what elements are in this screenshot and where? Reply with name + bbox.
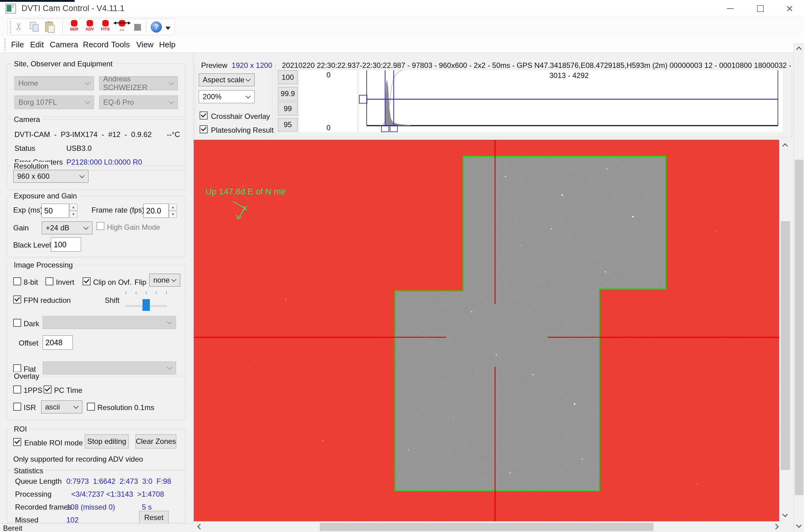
menu-grip[interactable] [4, 39, 5, 50]
shift-slider-thumb[interactable] [142, 299, 150, 311]
stretch-100-button[interactable]: 100 [278, 70, 298, 84]
preview-hscrollbar[interactable] [194, 521, 783, 532]
exp-input[interactable]: 50 [41, 204, 69, 218]
orientation-text: Up 147.8d E of N mir [206, 187, 286, 196]
pctime-checkbox[interactable] [44, 385, 52, 394]
black-level-input[interactable]: 100 [51, 238, 81, 251]
help-icon[interactable]: ? [151, 21, 162, 33]
resolution01-checkbox[interactable] [87, 403, 95, 411]
menu-file[interactable]: File [11, 40, 24, 50]
preview-vscrollbar[interactable] [779, 140, 791, 521]
framerate-input[interactable]: 20.0 [143, 204, 169, 218]
spin-down-icon[interactable]: ▼ [70, 211, 77, 218]
scroll-left-icon[interactable] [197, 524, 203, 529]
record-fits-button[interactable]: FITS [98, 20, 113, 34]
scroll-right-icon[interactable] [773, 524, 779, 529]
shift-label: Shift [105, 297, 119, 304]
group-frame-info: 20210220 22:30:22.937-22:30:22.987 - 978… [275, 65, 792, 137]
scroll-up-icon[interactable] [782, 143, 788, 149]
stretch-95-button[interactable]: 95 [278, 118, 298, 131]
resolution-select[interactable]: 960 x 600 [13, 170, 89, 183]
stretch-99-9-button[interactable]: 99.9 [278, 87, 298, 100]
vscroll-thumb[interactable] [781, 221, 790, 470]
crosshair-overlay-checkbox[interactable] [199, 112, 208, 119]
menu-help[interactable]: Help [159, 40, 175, 50]
fpn-checkbox[interactable] [13, 296, 21, 303]
dark-checkbox[interactable] [13, 319, 21, 327]
platesolving-checkbox[interactable] [199, 125, 208, 133]
chevron-down-icon [79, 173, 85, 178]
platesolving-label: Platesolving Result [211, 126, 274, 134]
record-dot-icon [102, 20, 109, 26]
observer-select[interactable]: Andreas SCHWEIZER [99, 76, 178, 90]
spin-down-icon[interactable]: ▼ [169, 211, 177, 218]
framerate-stepper[interactable]: ▲▼ [169, 204, 177, 218]
exp-stepper[interactable]: ▲▼ [70, 204, 77, 218]
high-gain-checkbox[interactable] [96, 222, 104, 230]
group-processing: Image Processing 8-bit Invert Clip on Ov… [7, 265, 185, 374]
clear-zones-button[interactable]: Clear Zones [135, 434, 176, 449]
missed-label: Missed [15, 516, 38, 524]
enable-roi-checkbox[interactable] [13, 438, 21, 446]
copy-icon[interactable] [30, 22, 40, 32]
menu-view[interactable]: View [136, 40, 154, 50]
flip-select[interactable]: none [149, 274, 180, 287]
record-options-button[interactable]: ... [114, 20, 130, 34]
paste-icon[interactable] [45, 21, 56, 33]
zoom-level-select[interactable]: 200% [199, 90, 254, 103]
isr-checkbox[interactable] [13, 403, 21, 411]
offset-input[interactable]: 2048 [43, 336, 73, 349]
site-select[interactable]: Home [15, 76, 94, 90]
profile-bottom-value: 0 [326, 124, 330, 132]
record-fits-label: FITS [98, 27, 113, 31]
profile-panel: 0 0 [300, 70, 357, 132]
toolbar-grip[interactable] [10, 21, 11, 33]
resolution01-label: Resolution 0.1ms [97, 404, 154, 412]
menu-camera[interactable]: Camera [50, 40, 78, 50]
record-ser-button[interactable]: SER [66, 20, 81, 34]
gain-select[interactable]: +24 dB [42, 222, 92, 234]
group-resolution: Resolution 960 x 600 [7, 166, 185, 190]
isr-mode-select[interactable]: ascii [41, 401, 82, 414]
1pps-checkbox[interactable] [13, 385, 21, 394]
preview-canvas[interactable]: Up 147.8d E of N mir [194, 140, 779, 521]
group-resolution-title: Resolution [12, 162, 51, 170]
flat-checkbox[interactable] [13, 364, 21, 372]
scroll-up-icon[interactable] [796, 46, 802, 52]
8bit-checkbox[interactable] [13, 277, 21, 285]
error-counters-value: P2128:000 L0:0000 R0 [66, 158, 142, 166]
mount-select[interactable]: EQ-6 Pro [99, 96, 178, 109]
spin-up-icon[interactable]: ▲ [169, 204, 177, 211]
status-bar: Bereit [0, 524, 193, 532]
dark-frame-select[interactable] [43, 316, 176, 329]
minimize-button[interactable] [715, 0, 745, 17]
group-exposure-title: Exposure and Gain [12, 192, 79, 200]
menu-record[interactable]: Record [83, 40, 109, 50]
scroll-down-icon[interactable] [796, 522, 802, 528]
stretch-99-button[interactable]: 99 [278, 102, 298, 115]
toolbar-overflow-icon[interactable] [166, 27, 170, 30]
clip-checkbox[interactable] [83, 277, 91, 285]
menu-tools[interactable]: Tools [111, 40, 130, 50]
record-adv-button[interactable]: ADV [82, 20, 97, 34]
histogram-range-value: 3013 - 4292 [550, 72, 589, 79]
aspect-scale-select[interactable]: Aspect scale [199, 73, 254, 86]
scroll-down-icon[interactable] [782, 511, 788, 517]
invert-checkbox[interactable] [45, 277, 54, 285]
close-button[interactable]: ✕ [775, 0, 804, 17]
stop-icon[interactable] [134, 24, 141, 31]
telescope-value: Borg 107FL [18, 98, 57, 107]
cut-icon[interactable]: ✂ [14, 22, 24, 31]
preview-size-value: 1920 x 1200 [232, 61, 272, 70]
reset-button[interactable]: Reset [139, 511, 169, 524]
chevron-down-icon [169, 99, 174, 104]
window-vscrollbar[interactable] [793, 43, 804, 532]
spin-up-icon[interactable]: ▲ [70, 204, 77, 211]
menu-edit[interactable]: Edit [30, 40, 44, 50]
maximize-button[interactable] [746, 0, 775, 17]
stop-editing-button[interactable]: Stop editing [85, 434, 129, 449]
hscroll-thumb[interactable] [320, 523, 653, 531]
vscroll-thumb[interactable] [795, 160, 803, 495]
flat-frame-select[interactable] [43, 362, 176, 375]
telescope-select[interactable]: Borg 107FL [15, 96, 94, 109]
